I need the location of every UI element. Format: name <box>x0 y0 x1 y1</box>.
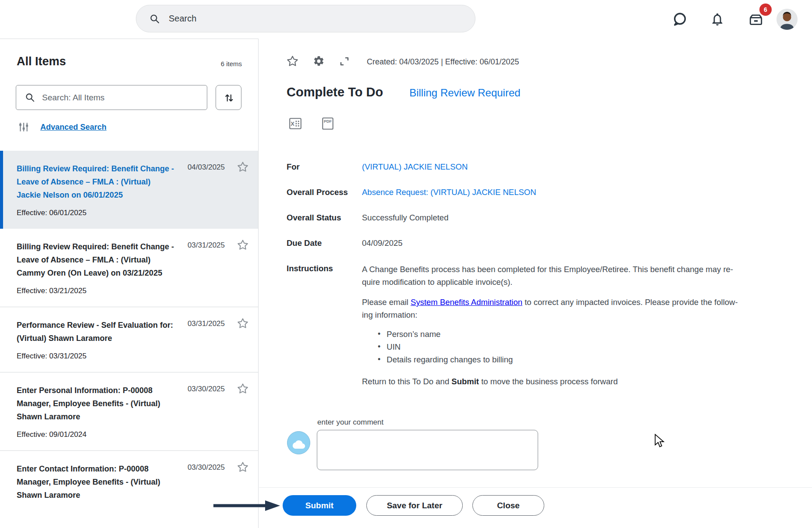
export-icons <box>288 117 335 131</box>
sort-arrows-icon <box>223 92 234 103</box>
favorite-star-icon[interactable] <box>237 383 248 394</box>
return-instruction: Return to this To Do and Submit to move … <box>362 375 795 388</box>
field-label: Overall Process <box>287 187 362 198</box>
field-row-for: For (VIRTUAL) JACKIE NELSON <box>287 161 795 173</box>
inbox-item-title: Billing Review Required: Benefit Change … <box>17 162 175 202</box>
page-title: Complete To Do <box>287 85 383 99</box>
notifications-bell-icon[interactable] <box>710 12 725 27</box>
created-effective-meta: Created: 04/03/2025 | Effective: 06/01/2… <box>367 57 519 67</box>
inbox-item-date: 03/30/2025 <box>188 385 225 393</box>
text: Return to this To Do and <box>362 377 451 386</box>
field-label: Instructions <box>287 263 362 388</box>
cloud-icon <box>292 437 305 449</box>
comment-input[interactable] <box>317 430 538 470</box>
inbox-item-title: Enter Contact Information: P-00008 Manag… <box>17 462 175 502</box>
inbox-sidebar: All Items 6 items Advanced Search Billin… <box>0 39 259 528</box>
text-bold: Submit <box>451 377 479 386</box>
inbox-item-title: Enter Personal Information: P-00008 Mana… <box>17 384 175 423</box>
favorite-star-icon[interactable] <box>237 461 248 473</box>
save-for-later-button[interactable]: Save for Later <box>366 495 463 516</box>
advanced-search: Advanced Search <box>18 121 106 133</box>
inbox-item-date: 04/03/2025 <box>188 163 225 172</box>
bullet-dot: • <box>378 340 380 353</box>
chat-icon[interactable] <box>672 12 687 27</box>
sidebar-search-input[interactable] <box>42 93 182 103</box>
inbox-badge: 6 <box>759 4 772 16</box>
task-subtitle-link[interactable]: Billing Review Required <box>409 87 520 99</box>
inbox-item[interactable]: Enter Personal Information: P-00008 Mana… <box>0 372 258 450</box>
favorite-star-icon[interactable] <box>237 161 248 173</box>
inbox-item-date: 03/31/2025 <box>188 241 225 250</box>
field-label: Overall Status <box>287 212 362 223</box>
selected-indicator-bar <box>0 151 3 229</box>
field-label: For <box>287 161 362 173</box>
bullet-item: •Person’s name <box>378 328 795 340</box>
workday-inbox-page: 6 All Items 6 items Advanced Search <box>0 0 812 528</box>
sidebar-search[interactable] <box>16 85 207 110</box>
inbox-item-date: 03/30/2025 <box>188 463 225 472</box>
filter-sliders-icon <box>18 121 29 133</box>
task-detail-panel: Created: 04/03/2025 | Effective: 06/01/2… <box>259 39 812 528</box>
inbox-item-effective: Effective: 03/31/2025 <box>17 351 258 361</box>
field-row-overall-status: Overall Status Successfully Completed <box>287 212 795 223</box>
items-count: 6 items <box>221 60 242 67</box>
comment-label: enter your comment <box>317 418 383 427</box>
global-search-input[interactable] <box>169 14 432 24</box>
export-pdf-icon[interactable] <box>321 117 335 131</box>
bullet-dot: • <box>378 353 380 366</box>
global-search[interactable] <box>136 5 475 32</box>
annotation-arrow <box>213 500 281 512</box>
inbox-item-effective: Effective: 06/01/2025 <box>17 208 258 218</box>
inbox-item-effective: Effective: 09/01/2024 <box>17 429 258 440</box>
mouse-cursor <box>654 434 666 448</box>
profile-avatar[interactable] <box>777 9 798 30</box>
field-label: Due Date <box>287 237 362 249</box>
inbox-item-title: Billing Review Required: Benefit Change … <box>17 240 175 280</box>
instructions-text: A Change Benefits process has been compl… <box>362 263 795 388</box>
sort-button[interactable] <box>216 85 241 110</box>
overall-process-link[interactable]: Absence Request: (VIRTUAL) JACKIE NELSON <box>362 187 795 198</box>
search-icon <box>149 14 160 24</box>
instructions-paragraph: A Change Benefits process has been compl… <box>362 263 795 288</box>
gear-icon[interactable] <box>313 55 325 67</box>
field-row-instructions: Instructions A Change Benefits process h… <box>287 263 795 388</box>
comment-avatar <box>287 431 310 454</box>
system-benefits-administration-link[interactable]: System Benefits Administration <box>411 298 522 307</box>
instructions-paragraph: Please email System Benefits Administrat… <box>362 296 795 321</box>
detail-fields: For (VIRTUAL) JACKIE NELSON Overall Proc… <box>287 161 795 402</box>
bullet-text: UIN <box>386 340 401 353</box>
export-excel-icon[interactable] <box>288 117 302 131</box>
favorite-star-icon[interactable] <box>237 239 248 251</box>
footer-divider <box>259 487 812 488</box>
detail-toolbar <box>287 55 364 67</box>
favorite-star-icon[interactable] <box>237 318 248 329</box>
bullet-text: Details regarding changes to billing <box>386 353 513 366</box>
sidebar-title: All Items <box>17 55 66 68</box>
inbox-item-title: Performance Review - Self Evaluation for… <box>17 319 175 345</box>
bullet-item: •Details regarding changes to billing <box>378 353 795 366</box>
field-row-overall-process: Overall Process Absence Request: (VIRTUA… <box>287 187 795 198</box>
favorite-star-icon[interactable] <box>287 55 298 67</box>
inbox-tray-icon[interactable] <box>748 13 764 27</box>
text: Please email <box>362 298 411 307</box>
expand-icon[interactable] <box>339 56 350 67</box>
instructions-bullet-list: •Person’s name •UIN •Details regarding c… <box>378 328 795 366</box>
inbox-item[interactable]: Performance Review - Self Evaluation for… <box>0 307 258 372</box>
search-icon <box>25 92 35 103</box>
overall-status-value: Successfully Completed <box>362 212 795 223</box>
bullet-dot: • <box>378 328 380 340</box>
due-date-value: 04/09/2025 <box>362 237 795 249</box>
submit-button[interactable]: Submit <box>283 495 356 516</box>
inbox-item[interactable]: Billing Review Required: Benefit Change … <box>0 151 258 229</box>
bullet-item: •UIN <box>378 340 795 353</box>
for-value-link[interactable]: (VIRTUAL) JACKIE NELSON <box>362 161 795 173</box>
field-row-due-date: Due Date 04/09/2025 <box>287 237 795 249</box>
top-bar: 6 <box>0 0 812 39</box>
text: to move the business process forward <box>479 377 618 386</box>
close-button[interactable]: Close <box>472 495 544 516</box>
inbox-item-effective: Effective: 03/21/2025 <box>17 286 258 296</box>
advanced-search-link[interactable]: Advanced Search <box>40 123 106 132</box>
inbox-item[interactable]: Billing Review Required: Benefit Change … <box>0 229 258 307</box>
title-row: Complete To Do Billing Review Required <box>287 85 521 99</box>
bullet-text: Person’s name <box>386 328 440 340</box>
